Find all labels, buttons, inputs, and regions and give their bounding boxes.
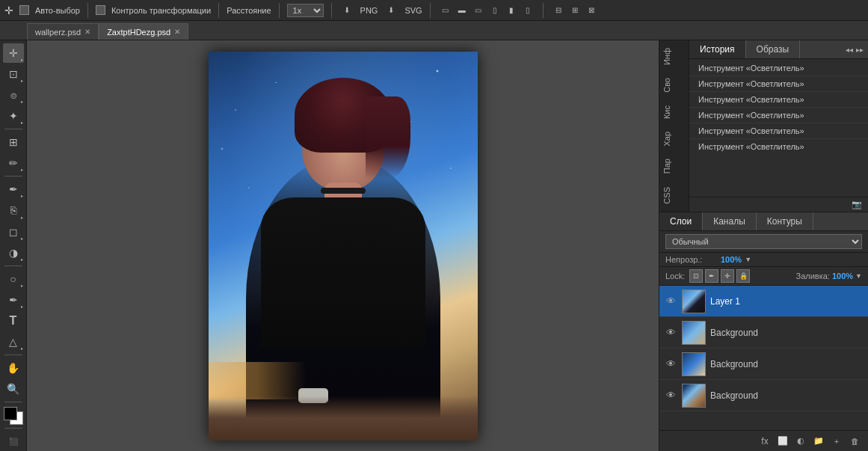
distribute-icons: ⊟ ⊞ ⊠ <box>551 3 599 18</box>
eyedropper-tool[interactable]: ✏ ▸ <box>3 153 24 173</box>
dist-v-icon[interactable]: ⊞ <box>567 3 582 18</box>
history-item-4[interactable]: Инструмент «Осветлитель» <box>689 108 868 123</box>
align-bottom-icon[interactable]: ▯ <box>520 3 535 18</box>
par-panel-label[interactable]: Пар <box>659 153 689 180</box>
svo-panel-label[interactable]: Сво <box>659 72 689 99</box>
kis-panel-label[interactable]: Кис <box>659 99 689 125</box>
quick-mask-tool[interactable]: ⬛ <box>3 432 24 451</box>
layer-eye-bg1[interactable]: 👁 <box>664 327 677 338</box>
tab-history[interactable]: История <box>689 40 746 58</box>
shape-icon: △ <box>9 336 17 348</box>
move-tool-icon[interactable]: ✛ <box>4 4 13 16</box>
tab-paths[interactable]: Контуры <box>757 212 813 230</box>
panel-collapse-icon[interactable]: ◂◂ <box>846 46 853 54</box>
export-svg-icon[interactable]: ⬇ <box>384 3 398 18</box>
layer-name-bg3: Background <box>710 390 864 401</box>
brush-tool[interactable]: ✒ ▸ <box>3 180 24 199</box>
lock-all-icon[interactable]: 🔒 <box>736 269 750 283</box>
hand-tool[interactable]: ✋ <box>3 358 24 378</box>
lock-move-icon[interactable]: ✛ <box>721 269 734 283</box>
magic-wand-icon: ✦ <box>9 110 18 122</box>
layer-styles-icon[interactable]: fx <box>757 434 772 449</box>
export-icon[interactable]: ⬇ <box>339 3 354 18</box>
dist-h-icon[interactable]: ⊟ <box>551 3 566 18</box>
svg-label[interactable]: SVG <box>404 6 422 15</box>
layers-panel: Слои Каналы Контуры Обычный Растворение … <box>659 212 868 451</box>
lasso-tool[interactable]: ⌾ ▸ <box>3 85 24 105</box>
fill-value[interactable]: 100% <box>832 271 853 280</box>
tab-wallperz-close[interactable]: ✕ <box>84 28 90 36</box>
png-label[interactable]: PNG <box>360 6 378 15</box>
align-left-icon[interactable]: ▭ <box>438 3 453 18</box>
history-item-5[interactable]: Инструмент «Осветлитель» <box>689 123 868 139</box>
select-tool[interactable]: ⊡ ▸ <box>3 64 24 84</box>
layer-mask-icon[interactable]: ⬜ <box>775 434 790 449</box>
tab-zaxtpt[interactable]: ZaxtptHDezg.psd ✕ <box>99 23 188 40</box>
layer-item-bg2[interactable]: 👁 Background <box>659 349 868 380</box>
info-panel-label[interactable]: Инф <box>659 42 689 71</box>
separator-6 <box>543 3 544 18</box>
tab-channels[interactable]: Каналы <box>703 212 757 230</box>
shape-tool[interactable]: △ ▸ <box>3 332 24 352</box>
history-item-6[interactable]: Инструмент «Осветлитель» <box>689 139 868 154</box>
eyedropper-icon: ✏ <box>9 157 18 169</box>
lock-transparent-icon[interactable]: ⊡ <box>689 269 703 283</box>
adjustment-layer-icon[interactable]: ◐ <box>793 434 808 449</box>
lock-paint-icon[interactable]: ✒ <box>705 269 718 283</box>
delete-layer-icon[interactable]: 🗑 <box>847 434 862 449</box>
tab-wallperz[interactable]: wallperz.psd ✕ <box>27 23 99 40</box>
color-indicator[interactable] <box>4 407 23 425</box>
history-item-1[interactable]: Инструмент «Осветлитель» <box>689 61 868 76</box>
css-panel-label[interactable]: CSS <box>659 181 689 210</box>
align-center-icon[interactable]: ▬ <box>455 3 470 18</box>
lock-label: Lock: <box>665 271 685 280</box>
blend-mode-select[interactable]: Обычный Растворение Умножение <box>665 234 862 249</box>
har-panel-label[interactable]: Хар <box>659 126 689 153</box>
layer-item-layer1[interactable]: 👁 Layer 1 <box>659 286 868 317</box>
align-right-icon[interactable]: ▭ <box>471 3 486 18</box>
auto-select-label: Авто-выбор <box>35 6 80 15</box>
panel-expand-icon[interactable]: ▸▸ <box>856 46 864 54</box>
crop-tool[interactable]: ⊞ <box>3 132 24 152</box>
layer-group-icon[interactable]: 📁 <box>811 434 826 449</box>
zoom-tool[interactable]: 🔍 <box>3 379 24 399</box>
foreground-color[interactable] <box>4 407 17 420</box>
align-top-icon[interactable]: ▯ <box>487 3 502 18</box>
layer-item-bg3[interactable]: 👁 Background <box>659 380 868 411</box>
history-item-3[interactable]: Инструмент «Осветлитель» <box>689 92 868 108</box>
quick-mask-icon: ⬛ <box>9 438 18 446</box>
history-snapshot-icon[interactable]: 📷 <box>852 200 862 209</box>
left-toolbar: ✛ ▸ ⊡ ▸ ⌾ ▸ ✦ ▸ ⊞ ✏ ▸ ✒ ▸ ⎘ ▸ <box>0 40 27 451</box>
text-tool[interactable]: T <box>3 311 24 331</box>
collapsed-panels: Инф Сво Кис Хар Пар CSS <box>659 40 689 212</box>
magic-wand-tool[interactable]: ✦ ▸ <box>3 106 24 126</box>
tab-layers[interactable]: Слои <box>659 212 703 230</box>
auto-select-checkbox[interactable] <box>19 5 29 15</box>
crop-icon: ⊞ <box>9 136 18 148</box>
move-tool[interactable]: ✛ ▸ <box>3 43 24 63</box>
control-transform-checkbox[interactable] <box>96 5 105 15</box>
align-middle-icon[interactable]: ▮ <box>504 3 519 18</box>
zoom-select[interactable]: 1x 2x 0.5x <box>287 4 324 17</box>
layer-eye-layer1[interactable]: 👁 <box>664 295 677 307</box>
tab-zaxtpt-close[interactable]: ✕ <box>174 28 180 36</box>
layer-item-bg1[interactable]: 👁 Background <box>659 317 868 349</box>
gradient-tool[interactable]: ◑ ▸ <box>3 243 24 263</box>
clone-tool[interactable]: ⎘ ▸ <box>3 200 24 220</box>
fill-dropdown-icon[interactable]: ▼ <box>855 272 862 280</box>
dist-icon3[interactable]: ⊠ <box>584 3 599 18</box>
layer-thumb-bg2 <box>682 352 706 376</box>
layer-eye-bg3[interactable]: 👁 <box>664 390 677 401</box>
new-layer-icon[interactable]: + <box>829 434 844 449</box>
canvas-area[interactable] <box>27 40 659 451</box>
layer-eye-bg2[interactable]: 👁 <box>664 358 677 369</box>
eraser-tool[interactable]: ◻ ▸ <box>3 222 24 242</box>
tab-obrazy[interactable]: Образы <box>746 40 801 58</box>
opacity-dropdown-icon[interactable]: ▼ <box>745 256 751 263</box>
pen-tool[interactable]: ✒ ▸ <box>3 290 24 310</box>
tool-divider-6 <box>4 428 22 429</box>
history-item-2[interactable]: Инструмент «Осветлитель» <box>689 76 868 92</box>
dodge-tool[interactable]: ○ ▸ <box>3 269 24 289</box>
canvas-image <box>209 52 478 441</box>
opacity-value[interactable]: 100% <box>721 255 742 264</box>
